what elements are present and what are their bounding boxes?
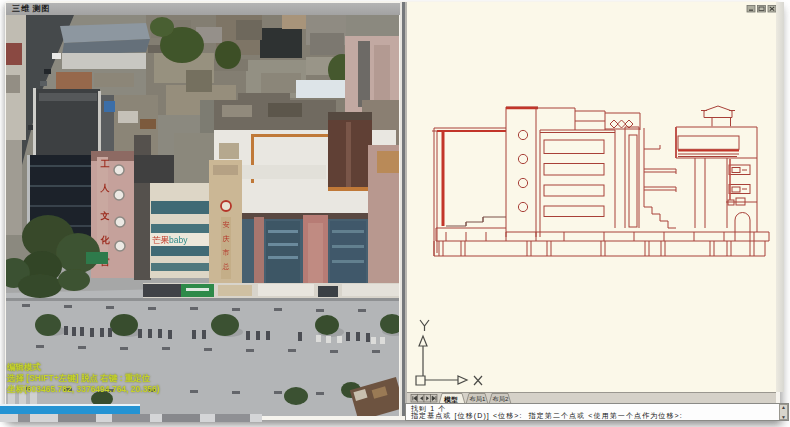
- svg-text:工: 工: [101, 159, 110, 169]
- svg-text:芒果baby: 芒果baby: [152, 235, 188, 245]
- svg-text:布局2: 布局2: [493, 395, 509, 403]
- svg-text:总: 总: [222, 263, 230, 270]
- svg-text:化: 化: [100, 235, 111, 245]
- svg-text:安: 安: [223, 221, 230, 228]
- svg-text:庆: 庆: [223, 235, 230, 242]
- svg-text:人: 人: [100, 183, 111, 193]
- svg-text:文: 文: [100, 211, 110, 221]
- svg-text:市: 市: [223, 248, 230, 256]
- svg-text:布局1: 布局1: [470, 395, 486, 403]
